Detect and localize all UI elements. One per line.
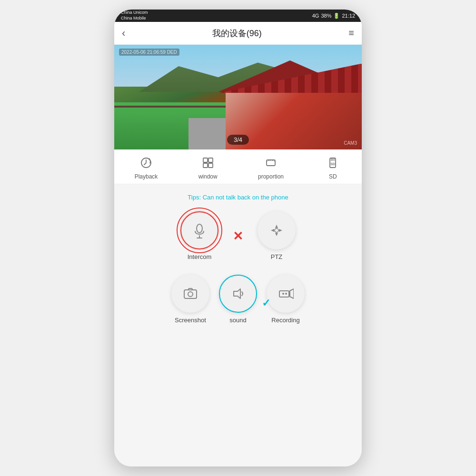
camera-feed[interactable]: 2022-05-06 21:06:59 DED 3/4 CAM3 [114, 45, 362, 149]
playback-icon [138, 154, 155, 171]
ptz-label: PTZ [271, 253, 283, 260]
screenshot-button[interactable]: Screenshot [171, 275, 209, 324]
menu-button[interactable]: ≡ [348, 28, 354, 39]
carrier1-label: China Unicom [121, 10, 148, 16]
cam-label: CAM3 [344, 140, 357, 146]
svg-point-25 [285, 293, 287, 295]
sound-circle[interactable] [219, 275, 257, 313]
toolbar-sd[interactable]: SD SD [324, 154, 341, 180]
intercom-button[interactable]: Intercom [180, 211, 218, 260]
svg-point-18 [275, 228, 278, 232]
svg-marker-21 [234, 289, 240, 298]
page-title: 我的设备(96) [212, 28, 262, 39]
svg-rect-1 [203, 158, 208, 162]
x-mark-indicator: ✕ [233, 230, 243, 242]
playback-label: Playback [135, 173, 158, 180]
time-label: 21:12 [342, 13, 355, 19]
sound-check-mark: ✓ [262, 297, 270, 309]
screenshot-label: Screenshot [175, 317, 206, 324]
controls-row-1: Intercom ✕ PTZ [180, 211, 296, 260]
sound-button[interactable]: sound ✓ [219, 275, 257, 324]
svg-rect-19 [184, 290, 197, 298]
toolbar: Playback window proportion [114, 149, 362, 184]
controls-row-2: Screenshot sound ✓ [171, 275, 305, 324]
screenshot-circle[interactable] [171, 275, 209, 313]
window-label: window [198, 173, 218, 180]
status-right: 4G 38% 🔋 21:12 [312, 13, 355, 19]
svg-rect-22 [279, 291, 289, 297]
svg-rect-2 [208, 158, 213, 162]
svg-marker-23 [290, 289, 294, 298]
toolbar-proportion[interactable]: proportion [258, 154, 284, 180]
status-bar: China Unicom China Mobile 4G 38% 🔋 21:12 [114, 10, 362, 22]
toolbar-playback[interactable]: Playback [135, 154, 158, 180]
tips-text: Tips: Can not talk back on the phone [188, 194, 288, 201]
app-header: ‹ 我的设备(96) ≡ [114, 22, 362, 45]
svg-marker-17 [279, 229, 282, 232]
recording-circle[interactable] [267, 275, 305, 313]
camera-badge: 3/4 [227, 135, 249, 145]
sd-label: SD [329, 173, 337, 180]
intercom-label: Intercom [188, 253, 212, 260]
main-content: Tips: Can not talk back on the phone Int… [114, 184, 362, 466]
recording-label: Recording [271, 317, 299, 324]
battery-label: 38% [321, 13, 331, 19]
camera-timestamp: 2022-05-06 21:06:59 DED [119, 49, 179, 56]
intercom-circle[interactable] [180, 211, 218, 249]
sd-icon: SD [324, 154, 341, 171]
svg-rect-3 [203, 163, 208, 168]
recording-button[interactable]: Recording [267, 275, 305, 324]
carrier-info: China Unicom China Mobile [121, 10, 148, 21]
svg-rect-4 [208, 163, 213, 168]
proportion-label: proportion [258, 173, 284, 180]
carrier2-label: China Mobile [121, 16, 148, 21]
window-icon [199, 154, 217, 171]
svg-marker-14 [275, 225, 278, 228]
sound-label: sound [229, 317, 246, 324]
ptz-circle[interactable] [258, 211, 296, 249]
svg-point-11 [197, 224, 202, 233]
svg-point-24 [282, 293, 284, 295]
phone-container: China Unicom China Mobile 4G 38% 🔋 21:12… [114, 10, 362, 466]
svg-text:SD: SD [330, 162, 335, 166]
ptz-button[interactable]: PTZ [258, 211, 296, 260]
svg-rect-5 [267, 160, 275, 166]
signal-label: 4G [312, 13, 319, 19]
svg-marker-16 [271, 229, 274, 232]
svg-point-20 [188, 292, 193, 297]
toolbar-window[interactable]: window [198, 154, 218, 180]
back-button[interactable]: ‹ [122, 27, 125, 40]
svg-marker-15 [275, 233, 278, 236]
proportion-icon [262, 154, 279, 171]
